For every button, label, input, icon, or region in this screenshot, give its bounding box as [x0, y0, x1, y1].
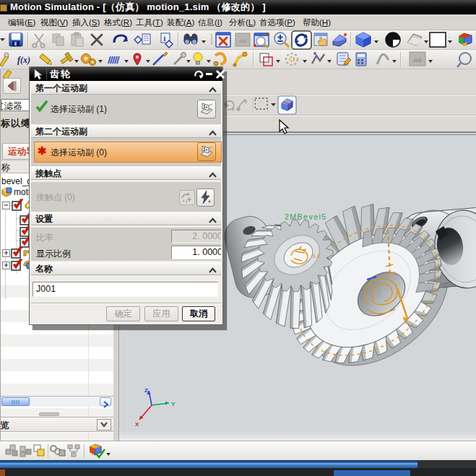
svg-text:9.3: 9.3	[312, 253, 321, 259]
svg-text:Y: Y	[398, 295, 402, 302]
svg-text:Y: Y	[171, 401, 176, 407]
svg-text:X: X	[135, 421, 139, 428]
svg-text:Z: Z	[144, 388, 148, 394]
svg-text:XC: XC	[363, 308, 373, 316]
svg-text:f(x): f(x)	[17, 55, 30, 65]
svg-text:i: i	[164, 35, 166, 43]
